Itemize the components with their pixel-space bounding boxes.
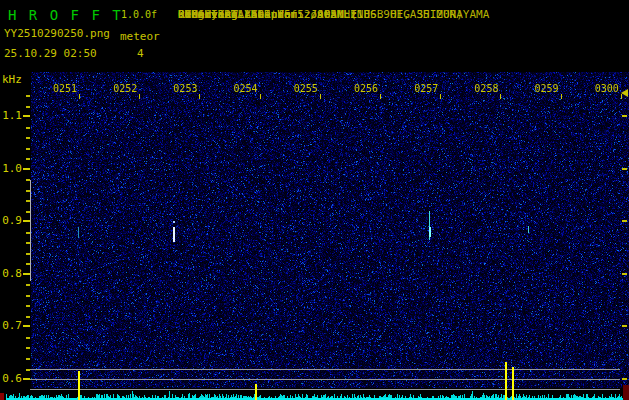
meteor-spike [78,371,80,400]
freq-right-tick [622,115,627,117]
freq-major-tick [23,325,30,327]
time-label: 0256 [354,83,378,94]
freq-major-tick [23,115,30,117]
time-tick [199,94,200,99]
freq-label: 0.7 [0,319,22,332]
amplitude-grid-line [30,379,620,380]
freq-label: 1.1 [0,109,22,122]
hrofft-output-image: H R O F F T 1.0.0f YY2510290250.png mete… [0,0,629,400]
time-tick [500,94,501,99]
time-tick [139,94,140,99]
echo-dash [528,226,529,233]
time-tick [79,94,80,99]
freq-right-tick [622,273,627,275]
time-label: 0258 [474,83,498,94]
app-version: 1.0.0f [121,9,157,20]
freq-minor-tick [26,295,30,297]
freq-minor-tick [26,337,30,339]
echo-streak-bright [173,227,175,242]
freq-minor-tick [26,137,30,139]
output-filename: YY2510290250.png [4,27,110,40]
freq-minor-tick [26,316,30,318]
time-label: 0254 [234,83,258,94]
freq-minor-tick [26,158,30,160]
freq-right-tick [622,168,627,170]
time-label: 0252 [113,83,137,94]
freq-major-tick [23,273,30,275]
freq-minor-tick [26,127,30,129]
freq-minor-tick [26,284,30,286]
time-label: 0257 [414,83,438,94]
right-axis-marker-icon [621,89,628,97]
time-label: 0253 [173,83,197,94]
right-edge-marker [623,385,629,400]
freq-right-tick [622,220,627,222]
meteor-spike [512,367,514,400]
freq-minor-tick [26,358,30,360]
freq-right-tick [622,325,627,327]
time-tick [380,94,381,99]
freq-right-tick [622,378,627,380]
freq-major-tick [23,220,30,222]
app-title: H R O F F T [8,7,123,23]
amplitude-grid-line [30,369,620,370]
echo-streak [78,227,79,238]
amplitude-grid-line [30,389,620,390]
freq-minor-tick [26,95,30,97]
freq-major-tick [23,168,30,170]
freq-major-tick [23,378,30,380]
echo-streak-core [429,227,431,237]
time-label: 0251 [53,83,77,94]
time-label: 0255 [294,83,318,94]
freq-label: 0.9 [0,214,22,227]
freq-minor-tick [26,347,30,349]
echo-dot [173,221,175,223]
freq-band-marker-line [30,180,31,281]
time-tick [260,94,261,99]
timestamp: 25.10.29 02:50 [4,47,97,60]
spectrogram-noise-canvas [31,72,629,390]
freq-minor-tick [26,148,30,150]
antenna-value: :10mH 3el.YAGI Horizontal:ENE [178,8,370,21]
meteor-count: 4 [137,47,144,60]
time-tick [440,94,441,99]
time-tick [561,94,562,99]
freq-label: 0.6 [0,372,22,385]
mode-label: meteor [120,30,160,43]
time-label: 0259 [535,83,559,94]
left-edge-marker [0,393,4,400]
meteor-spike [505,362,507,400]
meteor-spike [255,384,257,400]
time-label: 0300 [595,83,619,94]
freq-unit-label: kHz [2,73,22,86]
freq-label: 0.8 [0,267,22,280]
freq-minor-tick [26,106,30,108]
freq-minor-tick [26,305,30,307]
freq-label: 1.0 [0,162,22,175]
time-tick [320,94,321,99]
